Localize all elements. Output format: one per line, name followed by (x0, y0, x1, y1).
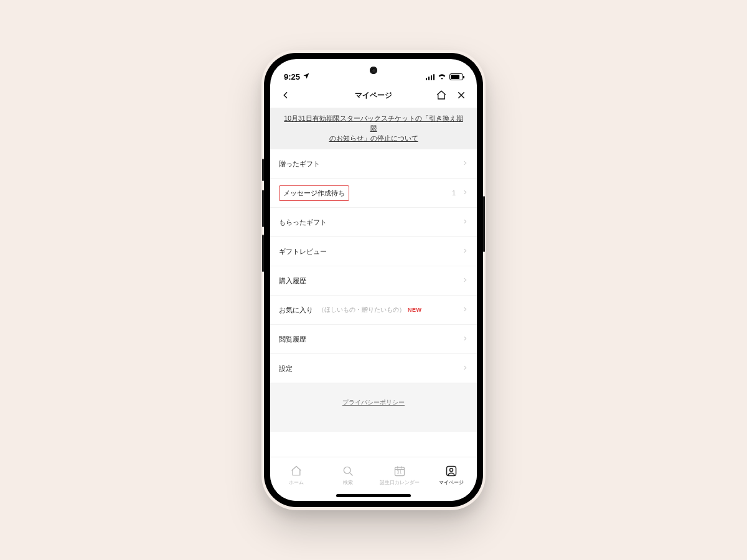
side-button (483, 196, 485, 252)
svg-point-2 (344, 467, 350, 474)
notice-banner[interactable]: 10月31日有効期限スターバックスチケットの「引き換え期限 のお知らせ」の停止に… (270, 108, 477, 149)
row-label: 贈ったギフト (279, 159, 320, 169)
calendar-day: 31 (393, 470, 406, 474)
tab-search[interactable]: 検索 (322, 457, 374, 493)
tab-label: 検索 (343, 480, 353, 486)
side-button (262, 159, 264, 181)
row-label: お気に入り (279, 306, 313, 315)
row-pending-message[interactable]: メッセージ作成待ち 1 (270, 179, 477, 208)
row-purchase-history[interactable]: 購入履歴 (270, 266, 477, 296)
signal-icon (426, 74, 435, 80)
wifi-icon (438, 72, 446, 82)
chevron-right-icon (462, 248, 468, 255)
tab-label: ホーム (289, 480, 304, 486)
tab-calendar[interactable]: 31 誕生日カレンダー (374, 457, 425, 493)
screen: 9:25 マイページ (270, 59, 477, 501)
home-indicator[interactable] (336, 494, 411, 497)
status-time: 9:25 (284, 72, 300, 82)
nav-header: マイページ (270, 83, 477, 108)
row-label: もらったギフト (279, 218, 327, 227)
row-label: メッセージ作成待ち (279, 185, 349, 201)
row-sent-gifts[interactable]: 贈ったギフト (270, 149, 477, 179)
chevron-right-icon (462, 365, 468, 372)
new-badge: NEW (408, 307, 422, 313)
location-icon (303, 72, 310, 82)
calendar-icon: 31 (393, 465, 406, 478)
row-label: 閲覧履歴 (279, 335, 306, 344)
row-label: ギフトレビュー (279, 247, 327, 256)
side-button (262, 235, 264, 272)
row-received-gifts[interactable]: もらったギフト (270, 208, 477, 237)
row-favorites[interactable]: お気に入り （ほしいもの・贈りたいもの） NEW (270, 296, 477, 325)
phone-frame: 9:25 マイページ (264, 53, 483, 507)
notice-text-line2: のお知らせ」の停止について (329, 134, 418, 142)
row-label: 購入履歴 (279, 276, 306, 286)
footer: プライバシーポリシー (270, 383, 477, 432)
search-icon (342, 465, 354, 478)
home-icon (290, 465, 303, 478)
chevron-right-icon (462, 277, 468, 284)
svg-point-9 (449, 469, 453, 472)
tab-label: 誕生日カレンダー (380, 480, 420, 486)
row-sublabel: （ほしいもの・贈りたいもの） (318, 306, 405, 314)
front-camera (370, 67, 377, 74)
svg-line-3 (350, 473, 352, 475)
row-settings[interactable]: 設定 (270, 354, 477, 383)
chevron-right-icon (462, 160, 468, 167)
tab-mypage[interactable]: マイページ (425, 457, 477, 493)
row-label: 設定 (279, 364, 293, 373)
chevron-right-icon (462, 335, 468, 343)
row-browse-history[interactable]: 閲覧履歴 (270, 325, 477, 354)
row-count: 1 (452, 189, 456, 197)
chevron-right-icon (462, 189, 468, 197)
person-icon (445, 465, 458, 478)
battery-icon (449, 73, 463, 80)
svg-rect-8 (446, 467, 456, 476)
tab-label: マイページ (439, 480, 464, 486)
tab-home[interactable]: ホーム (270, 457, 322, 493)
row-gift-review[interactable]: ギフトレビュー (270, 237, 477, 266)
side-button (262, 190, 264, 227)
notice-text-line1: 10月31日有効期限スターバックスチケットの「引き換え期限 (284, 114, 463, 132)
page-title: マイページ (270, 90, 477, 101)
chevron-right-icon (462, 306, 468, 314)
privacy-policy-link[interactable]: プライバシーポリシー (342, 399, 405, 406)
chevron-right-icon (462, 218, 468, 226)
menu-list: 贈ったギフト メッセージ作成待ち 1 もらったギフト (270, 149, 477, 457)
